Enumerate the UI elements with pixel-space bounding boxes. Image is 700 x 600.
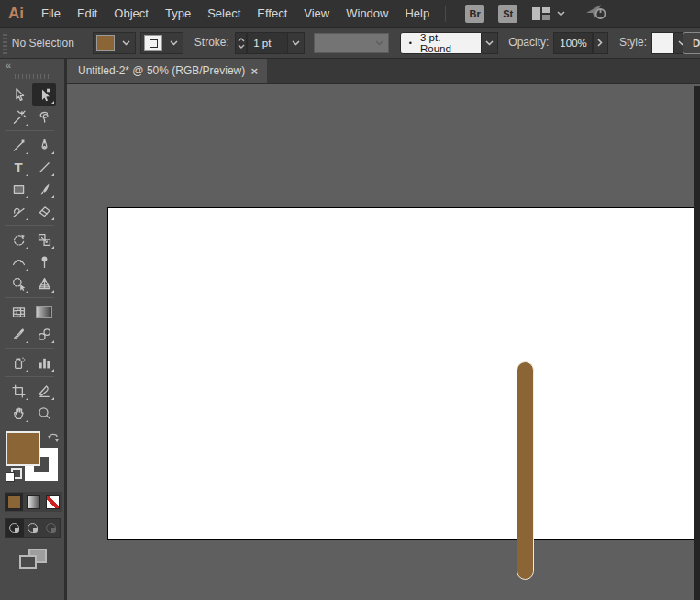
stroke-weight-label[interactable]: Stroke: <box>194 36 229 50</box>
eyedropper-tool[interactable] <box>6 323 30 345</box>
panel-grip[interactable] <box>3 32 7 54</box>
collapse-panel-icon[interactable]: « <box>6 61 11 70</box>
eraser-tool[interactable] <box>32 200 56 222</box>
width-tool[interactable] <box>6 250 30 272</box>
draw-normal-icon <box>9 523 19 533</box>
control-bar: No Selection Stroke: 1 pt <box>0 28 700 59</box>
artboard[interactable] <box>107 207 696 540</box>
stock-button[interactable]: St <box>498 5 517 23</box>
gradient-tool[interactable] <box>32 301 56 323</box>
menu-select[interactable]: Select <box>199 6 249 20</box>
blend-tool[interactable] <box>32 323 56 345</box>
menu-edit[interactable]: Edit <box>69 6 106 20</box>
menu-effect[interactable]: Effect <box>249 6 295 20</box>
workspace-switcher-icon <box>532 7 550 20</box>
fill-indicator-swatch[interactable] <box>6 431 40 466</box>
brush-preview-dot: • <box>409 39 412 48</box>
perspective-grid-icon <box>37 276 52 292</box>
tools-panel-header: « <box>0 59 64 72</box>
style-swatch[interactable] <box>651 32 674 54</box>
perspective-grid-tool[interactable] <box>32 272 56 294</box>
zoom-tool[interactable] <box>32 402 56 424</box>
line-icon <box>37 160 52 175</box>
change-screen-mode-button[interactable] <box>19 549 47 569</box>
chevron-down-icon[interactable] <box>165 40 183 46</box>
color-button[interactable] <box>5 493 23 511</box>
gradient-swatch-icon <box>27 495 40 509</box>
direct-selection-tool[interactable] <box>32 83 56 106</box>
shape-builder-tool[interactable] <box>6 272 30 294</box>
brush-definition[interactable]: • 3 pt. Round <box>400 32 482 54</box>
paintbrush-icon <box>37 182 52 197</box>
menu-window[interactable]: Window <box>338 6 396 20</box>
magic-wand-tool[interactable] <box>6 106 30 128</box>
scale-tool[interactable] <box>32 228 56 250</box>
opacity-label[interactable]: Opacity: <box>508 36 549 50</box>
rotate-tool[interactable] <box>6 228 30 250</box>
magic-wand-icon <box>11 109 27 125</box>
artboard-crop-icon <box>11 383 27 399</box>
stroke-weight-dropdown[interactable] <box>288 32 305 54</box>
rotate-icon <box>11 232 27 248</box>
style-label: Style: <box>619 36 647 50</box>
drawn-stroke-shape[interactable] <box>517 361 534 580</box>
line-segment-tool[interactable] <box>32 156 56 178</box>
menu-help[interactable]: Help <box>396 6 438 20</box>
draw-behind-button[interactable] <box>24 519 42 537</box>
hand-tool[interactable] <box>6 402 30 424</box>
shaper-tool[interactable] <box>6 200 30 222</box>
rectangle-icon <box>11 182 27 197</box>
screen-mode-icon <box>19 555 37 569</box>
draw-inside-icon <box>46 523 56 533</box>
stroke-color-control[interactable] <box>140 32 183 54</box>
stroke-color-swatch[interactable] <box>144 35 162 51</box>
brush-name: 3 pt. Round <box>420 32 472 54</box>
tools-panel-grip[interactable] <box>15 74 50 79</box>
slice-tool[interactable] <box>32 380 56 402</box>
canvas-pasteboard[interactable] <box>70 86 700 600</box>
rectangle-tool[interactable] <box>6 178 30 200</box>
menu-file[interactable]: File <box>33 6 69 20</box>
puppet-warp-tool[interactable] <box>32 250 56 272</box>
stroke-weight-input[interactable]: 1 pt <box>247 32 287 54</box>
workspace-switcher[interactable] <box>532 7 565 20</box>
none-button[interactable] <box>43 493 61 511</box>
draw-inside-button[interactable] <box>41 519 60 537</box>
fill-color-swatch[interactable] <box>96 35 115 51</box>
menu-type[interactable]: Type <box>157 6 199 20</box>
document-tab[interactable]: Untitled-2* @ 50% (RGB/Preview) × <box>67 59 267 83</box>
brush-dropdown[interactable] <box>482 32 498 54</box>
draw-normal-button[interactable] <box>6 519 24 537</box>
selection-tool[interactable] <box>6 83 30 106</box>
curvature-tool[interactable] <box>6 134 30 156</box>
fill-color-control[interactable] <box>93 32 136 54</box>
opacity-input[interactable]: 100% <box>553 32 592 54</box>
mesh-tool[interactable] <box>6 301 30 323</box>
chevron-down-icon[interactable] <box>117 40 135 46</box>
document-setup-button[interactable]: Doc <box>683 32 700 54</box>
tool-grid: T <box>6 83 64 424</box>
lasso-icon <box>37 109 52 125</box>
artboard-tool[interactable] <box>6 380 30 402</box>
gpu-performance-icon[interactable] <box>585 3 607 24</box>
symbol-sprayer-tool[interactable] <box>6 351 30 373</box>
paintbrush-tool[interactable] <box>32 178 56 200</box>
pen-tool[interactable] <box>32 134 56 156</box>
column-graph-tool[interactable] <box>32 351 56 373</box>
default-fill-stroke-icon[interactable] <box>6 468 20 483</box>
spray-can-icon <box>11 355 27 371</box>
illustrator-window: Ai File Edit Object Type Select Effect V… <box>0 0 700 600</box>
lasso-tool[interactable] <box>32 106 56 128</box>
tool-group-separator <box>6 128 58 134</box>
swap-fill-stroke-icon[interactable] <box>47 431 61 449</box>
menu-object[interactable]: Object <box>106 6 157 20</box>
type-tool[interactable]: T <box>6 156 30 178</box>
menu-view[interactable]: View <box>295 6 338 20</box>
bridge-button[interactable]: Br <box>465 5 484 23</box>
stroke-weight-stepper[interactable] <box>235 32 247 54</box>
opacity-flyout-button[interactable] <box>593 32 608 54</box>
chevron-down-icon <box>485 40 494 46</box>
close-tab-icon[interactable]: × <box>250 64 267 78</box>
tool-group-separator <box>6 222 58 228</box>
gradient-button[interactable] <box>24 493 42 511</box>
